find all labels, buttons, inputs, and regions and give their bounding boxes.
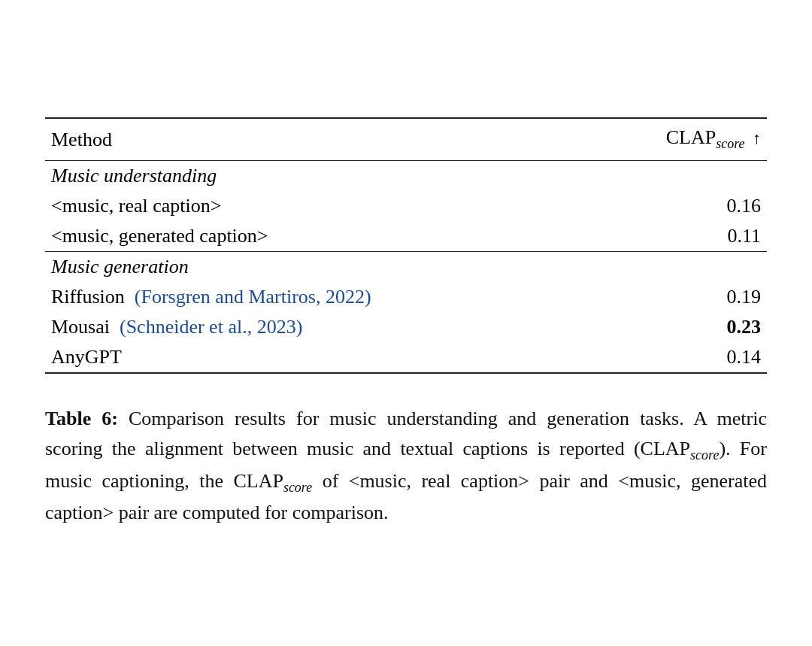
score-column-header: CLAPscore ↑ [591,118,767,160]
table-row: <music, generated caption> 0.11 [45,221,767,252]
clap-subscript: score [716,137,744,152]
table-number: Table 6: [45,408,118,429]
score-cell: 0.11 [591,221,767,252]
score-cell: 0.16 [591,191,767,221]
caption-text-1: Comparison results for music understandi… [45,408,767,459]
generation-section-header: Music generation [45,251,767,282]
understanding-section-header: Music understanding [45,160,767,191]
citation-link: (Forsgren and Martiros, 2022) [135,286,371,308]
score-cell-bold: 0.23 [591,312,767,342]
table-row: Riffusion (Forsgren and Martiros, 2022) … [45,282,767,312]
table-caption: Table 6: Comparison results for music un… [45,404,767,529]
citation-link: (Schneider et al., 2023) [120,316,302,338]
table-row: <music, real caption> 0.16 [45,191,767,221]
clap-label: CLAP [666,126,716,148]
generation-label: Music generation [45,251,767,282]
method-cell: AnyGPT [45,342,591,373]
score-cell: 0.14 [591,342,767,373]
method-cell: Riffusion (Forsgren and Martiros, 2022) [45,282,591,312]
method-column-header: Method [45,118,591,160]
page-container: Method CLAPscore ↑ Music understanding <… [45,117,767,528]
table-row: Mousai (Schneider et al., 2023) 0.23 [45,312,767,342]
understanding-label: Music understanding [45,160,767,191]
score-cell: 0.19 [591,282,767,312]
method-cell: <music, generated caption> [45,221,591,252]
comparison-table: Method CLAPscore ↑ Music understanding <… [45,117,767,373]
higher-is-better-arrow: ↑ [753,129,761,147]
method-cell: <music, real caption> [45,191,591,221]
table-row: AnyGPT 0.14 [45,342,767,373]
method-cell: Mousai (Schneider et al., 2023) [45,312,591,342]
